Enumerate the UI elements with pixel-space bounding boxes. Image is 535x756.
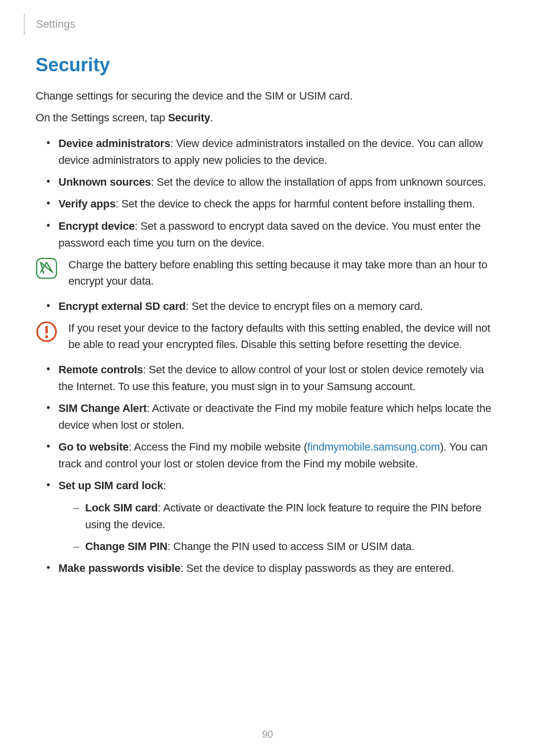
- label-device-administrators: Device administrators: [58, 137, 170, 150]
- item-verify-apps: Verify apps: Set the device to check the…: [47, 196, 499, 212]
- text-change-pin: : Change the PIN used to access SIM or U…: [167, 540, 415, 553]
- item-sim-change-alert: SIM Change Alert: Activate or deactivate…: [47, 400, 499, 434]
- label-encrypt-sd: Encrypt external SD card: [58, 300, 186, 312]
- svg-rect-2: [46, 326, 48, 334]
- sub-list-sim: Lock SIM card: Activate or deactivate th…: [58, 500, 499, 555]
- label-sim-change-alert: SIM Change Alert: [58, 402, 147, 414]
- link-findmymobile[interactable]: findmymobile.samsung.com: [307, 441, 440, 453]
- sub-item-change-pin: Change SIM PIN: Change the PIN used to a…: [73, 538, 499, 555]
- text-encrypt-sd: : Set the device to encrypt files on a m…: [186, 300, 423, 312]
- intro-paragraph-2: On the Settings screen, tap Security.: [36, 109, 499, 126]
- breadcrumb: Settings: [36, 18, 75, 31]
- text-make-passwords-visible: : Set the device to display passwords as…: [180, 562, 454, 574]
- intro2-suffix: .: [210, 111, 213, 124]
- content-area: Security Change settings for securing th…: [0, 35, 535, 577]
- bullet-list-sd: Encrypt external SD card: Set the device…: [36, 298, 499, 315]
- label-setup-sim-lock: Set up SIM card lock: [58, 479, 163, 492]
- label-lock-sim: Lock SIM card: [85, 502, 158, 514]
- item-unknown-sources: Unknown sources: Set the device to allow…: [47, 174, 499, 191]
- item-goto-website: Go to website: Access the Find my mobile…: [47, 439, 499, 472]
- label-goto-website: Go to website: [58, 441, 129, 453]
- header-divider: [24, 14, 25, 35]
- svg-point-3: [45, 335, 48, 338]
- page-number: 90: [0, 729, 535, 740]
- text-goto-website-prefix: : Access the Find my mobile website (: [129, 441, 308, 453]
- label-change-pin: Change SIM PIN: [85, 540, 167, 553]
- text-setup-sim-lock: :: [163, 479, 166, 492]
- item-device-administrators: Device administrators: View device admin…: [47, 135, 499, 169]
- label-verify-apps: Verify apps: [58, 198, 115, 210]
- label-unknown-sources: Unknown sources: [58, 176, 151, 188]
- item-make-passwords-visible: Make passwords visible: Set the device t…: [47, 560, 499, 577]
- label-remote-controls: Remote controls: [58, 363, 143, 376]
- note-reset-warning: If you reset your device to the factory …: [36, 320, 499, 353]
- text-unknown-sources: : Set the device to allow the installati…: [151, 176, 486, 188]
- text-verify-apps: : Set the device to check the apps for h…: [115, 198, 475, 210]
- bullet-list-top: Device administrators: View device admin…: [36, 135, 499, 252]
- intro2-bold: Security: [168, 111, 210, 124]
- sub-item-lock-sim: Lock SIM card: Activate or deactivate th…: [73, 500, 499, 533]
- section-heading-security: Security: [36, 54, 499, 76]
- intro-paragraph-1: Change settings for securing the device …: [36, 88, 499, 104]
- item-encrypt-device: Encrypt device: Set a password to encryp…: [47, 218, 499, 252]
- note-charge-text: Charge the battery before enabling this …: [68, 256, 499, 289]
- bullet-list-bottom: Remote controls: Set the device to allow…: [36, 361, 499, 577]
- note-info-icon: [36, 257, 57, 279]
- note-charge-battery: Charge the battery before enabling this …: [36, 256, 499, 289]
- item-remote-controls: Remote controls: Set the device to allow…: [47, 361, 499, 395]
- label-encrypt-device: Encrypt device: [58, 220, 135, 232]
- header: Settings: [0, 0, 535, 35]
- item-encrypt-sd: Encrypt external SD card: Set the device…: [47, 298, 499, 315]
- intro2-prefix: On the Settings screen, tap: [36, 111, 168, 124]
- item-setup-sim-lock: Set up SIM card lock: Lock SIM card: Act…: [47, 477, 499, 554]
- note-reset-text: If you reset your device to the factory …: [68, 320, 499, 353]
- label-make-passwords-visible: Make passwords visible: [58, 562, 180, 574]
- note-warning-icon: [36, 321, 57, 343]
